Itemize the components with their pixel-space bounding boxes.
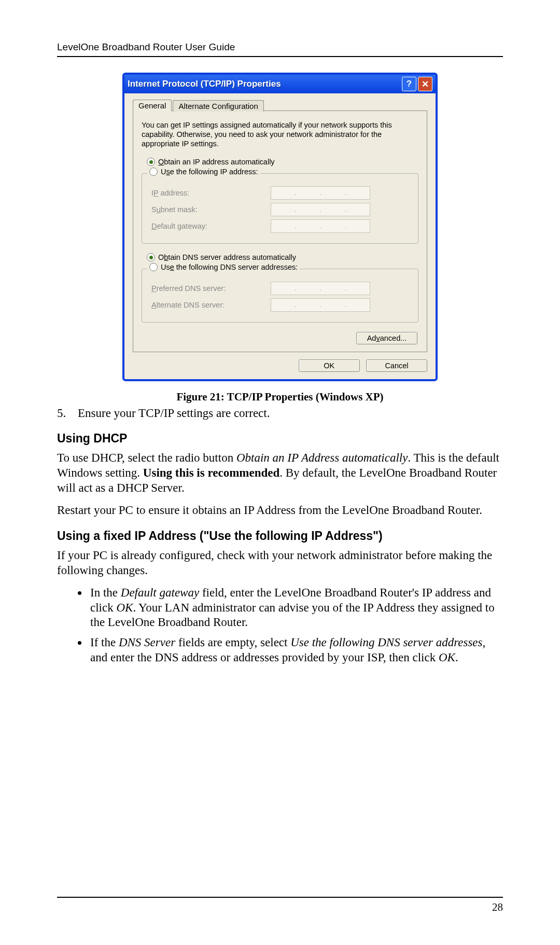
radio-obtain-ip-auto-label: Obtain an IP address automatically <box>158 158 275 166</box>
ok-button[interactable]: OK <box>299 359 360 372</box>
input-alternate-dns[interactable]: ... <box>271 298 370 312</box>
paragraph-dhcp-1: To use DHCP, select the radio button Obt… <box>57 451 503 495</box>
tcpip-dialog: Internet Protocol (TCP/IP) Properties ? … <box>122 73 438 381</box>
help-button[interactable]: ? <box>402 77 416 91</box>
heading-fixed-ip: Using a fixed IP Address ("Use the follo… <box>57 529 503 543</box>
label-default-gateway: Default gateway: <box>151 222 271 230</box>
radio-use-following-dns-label: Use the following DNS server addresses: <box>161 263 298 271</box>
titlebar: Internet Protocol (TCP/IP) Properties ? … <box>124 75 436 93</box>
input-default-gateway[interactable]: ... <box>271 219 370 233</box>
label-preferred-dns: Preferred DNS server: <box>151 284 271 293</box>
close-button[interactable]: ✕ <box>418 77 432 91</box>
radio-obtain-dns-auto-label: Obtain DNS server address automatically <box>158 253 296 261</box>
tab-general[interactable]: General <box>133 100 172 111</box>
page-number: 28 <box>492 901 503 913</box>
dialog-title: Internet Protocol (TCP/IP) Properties <box>128 79 400 89</box>
page-header: LevelOne Broadband Router User Guide <box>57 41 503 57</box>
bullet-default-gateway: In the Default gateway field, enter the … <box>88 586 503 630</box>
heading-using-dhcp: Using DHCP <box>57 432 503 446</box>
figure-caption: Figure 21: TCP/IP Properties (Windows XP… <box>57 391 503 404</box>
advanced-button[interactable]: Advanced... <box>356 332 417 344</box>
bullet-dns-server: If the DNS Server fields are empty, sele… <box>88 635 503 665</box>
step-number: 5. <box>57 407 78 420</box>
label-subnet-mask: Subnet mask: <box>151 205 271 214</box>
page-footer: 28 <box>57 897 503 914</box>
label-ip-address: IP address: <box>151 189 271 197</box>
tab-panel: You can get IP settings assigned automat… <box>133 110 427 352</box>
radio-use-following-ip-label: Use the following IP address: <box>161 168 258 176</box>
tab-alternate[interactable]: Alternate Configuration <box>173 100 263 112</box>
cancel-button[interactable]: Cancel <box>366 359 427 372</box>
radio-obtain-dns-auto[interactable] <box>147 253 155 261</box>
dialog-description: You can get IP settings assigned automat… <box>142 120 418 148</box>
paragraph-fixed-1: If your PC is already configured, check … <box>57 548 503 578</box>
input-ip-address[interactable]: ... <box>271 186 370 200</box>
input-preferred-dns[interactable]: ... <box>271 282 370 295</box>
label-alternate-dns: Alternate DNS server: <box>151 301 271 309</box>
step-text: Ensure your TCP/IP settings are correct. <box>78 407 270 420</box>
paragraph-dhcp-2: Restart your PC to ensure it obtains an … <box>57 503 503 518</box>
radio-use-following-dns[interactable] <box>149 263 158 271</box>
input-subnet-mask[interactable]: ... <box>271 203 370 216</box>
radio-use-following-ip[interactable] <box>149 168 158 176</box>
step-5: 5. Ensure your TCP/IP settings are corre… <box>57 407 503 420</box>
group-use-following-ip: Use the following IP address: IP address… <box>142 173 418 244</box>
group-use-following-dns: Use the following DNS server addresses: … <box>142 269 418 323</box>
radio-obtain-ip-auto[interactable] <box>147 158 155 166</box>
